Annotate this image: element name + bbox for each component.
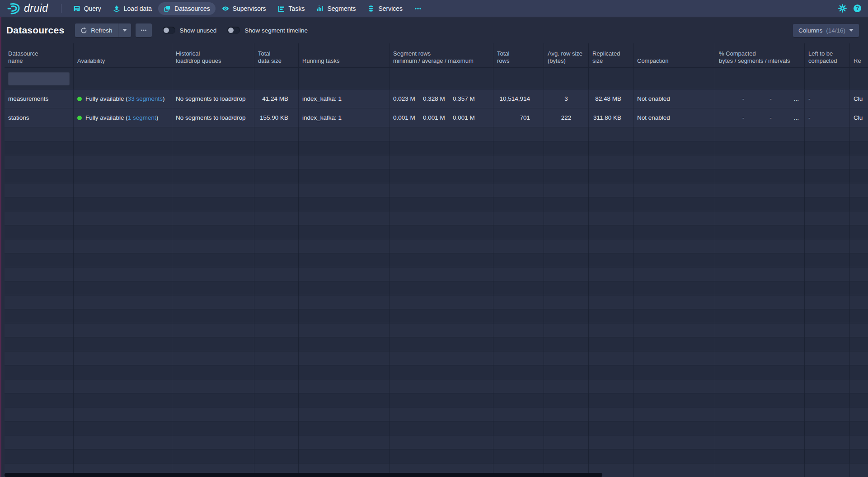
- column-header-replicated[interactable]: Replicatedsize: [589, 43, 633, 68]
- cell-retention[interactable]: Clu: [850, 89, 868, 108]
- empty-cell: [805, 449, 850, 463]
- refresh-interval-dropdown-button[interactable]: [118, 23, 131, 37]
- filter-cell: [589, 68, 633, 89]
- column-header-left[interactable]: Left to becompacted: [805, 43, 850, 68]
- filter-cell: [544, 68, 589, 89]
- cell-segrows[interactable]: 0.023 M0.328 M0.357 M: [389, 89, 493, 108]
- cell-datasize[interactable]: 155.90 KB: [254, 108, 299, 127]
- datasources-icon: [164, 5, 171, 12]
- empty-cell: [5, 211, 74, 225]
- column-header-avgrow[interactable]: Avg. row size(bytes): [544, 43, 589, 68]
- segments-link[interactable]: 1 segment: [128, 114, 156, 121]
- filter-cell: [74, 68, 172, 89]
- toolbar-more-button[interactable]: [136, 23, 152, 37]
- cell-availability[interactable]: Fully available (1 segment): [74, 108, 172, 127]
- empty-cell: [254, 253, 299, 267]
- nav-item-segments[interactable]: Segments: [311, 2, 361, 15]
- nav-more-menu-button[interactable]: [409, 2, 427, 15]
- datasource-filter-input[interactable]: [8, 72, 70, 85]
- empty-cell: [850, 435, 868, 449]
- toggle-track: [163, 27, 175, 34]
- empty-cell: [74, 183, 172, 197]
- empty-cell: [5, 267, 74, 281]
- cell-queues[interactable]: No segments to load/drop: [172, 108, 254, 127]
- availability-text: Fully available (: [85, 114, 128, 121]
- cell-avgrow[interactable]: 222: [544, 108, 589, 127]
- empty-cell: [715, 295, 805, 309]
- empty-cell: [589, 155, 633, 169]
- nav-item-tasks[interactable]: Tasks: [272, 2, 310, 15]
- empty-cell: [493, 239, 544, 253]
- settings-gear-icon[interactable]: [838, 4, 847, 13]
- column-header-retention[interactable]: Re: [850, 43, 868, 68]
- empty-cell: [172, 351, 254, 365]
- column-header-pct[interactable]: % Compactedbytes / segments / intervals: [715, 43, 805, 68]
- nav-item-query[interactable]: Query: [68, 2, 107, 15]
- column-header-tasks[interactable]: Running tasks: [299, 43, 389, 68]
- cell-compaction[interactable]: Not enabled: [633, 108, 715, 127]
- empty-cell: [850, 239, 868, 253]
- cell-pct[interactable]: --...: [715, 108, 805, 127]
- empty-cell: [715, 183, 805, 197]
- druid-logo[interactable]: druid: [6, 2, 48, 15]
- cell-queues[interactable]: No segments to load/drop: [172, 89, 254, 108]
- empty-cell: [299, 253, 389, 267]
- column-header-compaction[interactable]: Compaction: [633, 43, 715, 68]
- cell-datasize[interactable]: 41.24 MB: [254, 89, 299, 108]
- refresh-button[interactable]: Refresh: [75, 23, 117, 37]
- column-header-totalrows[interactable]: Totalrows: [493, 43, 544, 68]
- cell-avgrow[interactable]: 3: [544, 89, 589, 108]
- empty-cell: [589, 281, 633, 295]
- empty-row: [5, 169, 868, 183]
- cell-left[interactable]: -: [805, 89, 850, 108]
- cell-totalrows[interactable]: 701: [493, 108, 544, 127]
- empty-cell: [172, 337, 254, 351]
- empty-cell: [544, 295, 589, 309]
- show-segment-timeline-toggle[interactable]: Show segment timeline: [227, 27, 308, 34]
- empty-cell: [544, 127, 589, 141]
- header-label: Left to be: [808, 50, 837, 57]
- empty-cell: [74, 239, 172, 253]
- empty-cell: [633, 127, 715, 141]
- cell-totalrows[interactable]: 10,514,914: [493, 89, 544, 108]
- sub-value: 0.357 M: [453, 95, 483, 102]
- cell-retention[interactable]: Clu: [850, 108, 868, 127]
- cell-replicated[interactable]: 82.48 MB: [589, 89, 633, 108]
- columns-selector-button[interactable]: Columns (14/16): [793, 24, 859, 37]
- cell-segrows[interactable]: 0.001 M0.001 M0.001 M: [389, 108, 493, 127]
- column-header-name[interactable]: Datasourcename: [5, 43, 74, 68]
- cell-availability[interactable]: Fully available (33 segments): [74, 89, 172, 108]
- more-icon: [140, 27, 147, 34]
- cell-left[interactable]: -: [805, 108, 850, 127]
- nav-item-load-data[interactable]: Load data: [108, 2, 157, 15]
- empty-cell: [589, 309, 633, 323]
- cell-name[interactable]: measurements: [5, 89, 74, 108]
- segments-icon: [316, 5, 324, 12]
- header-label-lines: Datasourcename: [8, 50, 38, 65]
- cell-replicated[interactable]: 311.80 KB: [589, 108, 633, 127]
- cell-compaction[interactable]: Not enabled: [633, 89, 715, 108]
- header-sublabel: name: [8, 57, 38, 65]
- help-icon[interactable]: ?: [853, 4, 862, 13]
- empty-cell: [715, 435, 805, 449]
- column-header-segrows[interactable]: Segment rowsminimum / average / maximum: [389, 43, 493, 68]
- filter-cell: [493, 68, 544, 89]
- nav-item-datasources[interactable]: Datasources: [158, 2, 216, 15]
- empty-cell: [389, 127, 493, 141]
- column-header-queues[interactable]: Historicalload/drop queues: [172, 43, 254, 68]
- empty-cell: [633, 449, 715, 463]
- cell-tasks[interactable]: index_kafka: 1: [299, 89, 389, 108]
- nav-item-supervisors[interactable]: Supervisors: [216, 2, 272, 15]
- empty-cell: [299, 309, 389, 323]
- cell-name[interactable]: stations: [5, 108, 74, 127]
- segments-link[interactable]: 33 segments: [128, 95, 163, 102]
- nav-item-services[interactable]: Services: [362, 2, 408, 15]
- toggle-knob: [228, 28, 234, 33]
- cell-tasks[interactable]: index_kafka: 1: [299, 108, 389, 127]
- column-header-datasize[interactable]: Totaldata size: [254, 43, 299, 68]
- show-unused-toggle[interactable]: Show unused: [163, 27, 217, 34]
- horizontal-scrollbar-thumb[interactable]: [5, 473, 602, 477]
- column-header-availability[interactable]: Availability: [74, 43, 172, 68]
- cell-pct[interactable]: --...: [715, 89, 805, 108]
- empty-cell: [493, 141, 544, 155]
